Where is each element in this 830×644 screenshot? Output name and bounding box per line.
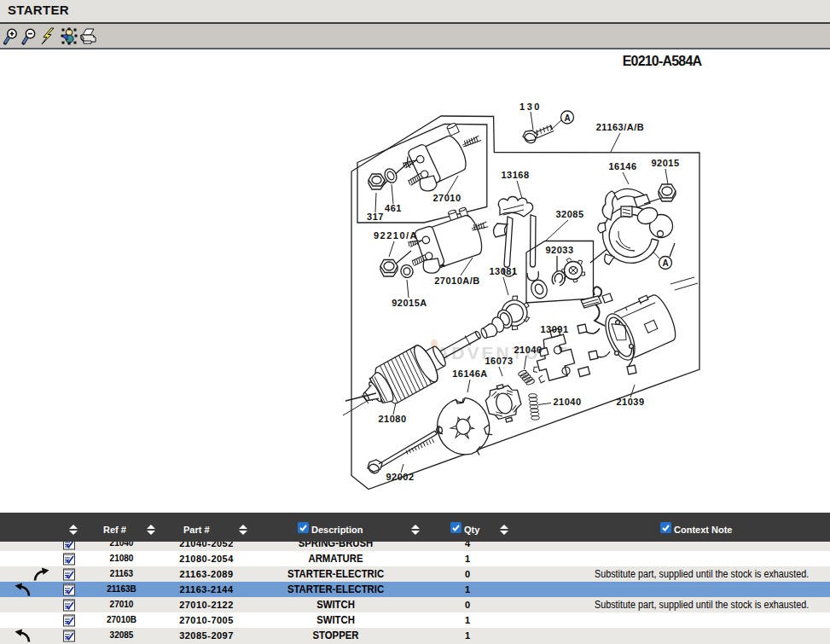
svg-text:A: A: [662, 258, 668, 268]
svg-text:92015A: 92015A: [392, 298, 427, 308]
svg-text:461: 461: [385, 203, 402, 213]
svg-text:92033: 92033: [545, 245, 573, 255]
svg-text:27010: 27010: [432, 193, 461, 203]
svg-text:32085: 32085: [555, 209, 583, 219]
svg-text:21163/A/B: 21163/A/B: [596, 122, 644, 132]
svg-text:92210/A: 92210/A: [374, 230, 418, 241]
svg-text:92002: 92002: [386, 472, 414, 482]
svg-text:16146: 16146: [608, 161, 636, 171]
svg-text:130: 130: [519, 102, 542, 112]
svg-text:E0210-A584A: E0210-A584A: [623, 54, 703, 68]
svg-text:13091: 13091: [540, 324, 568, 334]
svg-text:21040: 21040: [553, 397, 581, 407]
svg-text:16073: 16073: [485, 356, 513, 366]
svg-text:92015: 92015: [651, 158, 679, 168]
svg-text:A: A: [564, 113, 570, 123]
svg-text:317: 317: [367, 212, 384, 222]
svg-text:21040: 21040: [514, 345, 542, 355]
svg-text:21080: 21080: [378, 414, 406, 424]
svg-text:16146A: 16146A: [452, 368, 488, 379]
svg-text:13081: 13081: [489, 266, 517, 276]
svg-text:27010A/B: 27010A/B: [434, 276, 480, 286]
svg-text:13168: 13168: [501, 170, 529, 180]
svg-text:21039: 21039: [616, 397, 644, 407]
